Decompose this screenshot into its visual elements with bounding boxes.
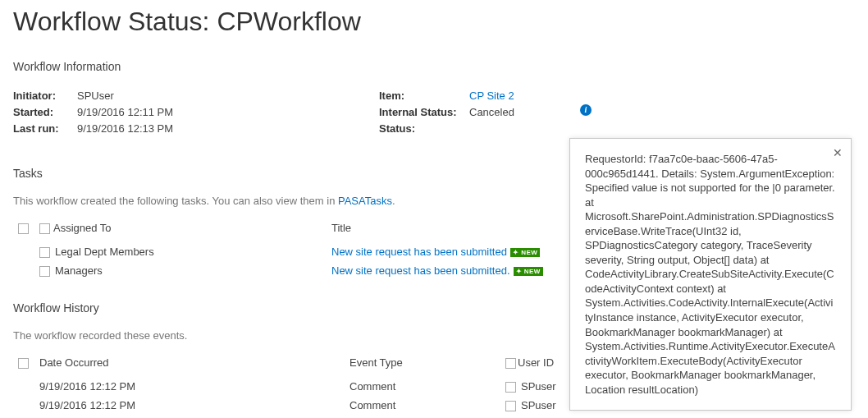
task-assigned: Managers	[55, 264, 103, 277]
history-user: SPuser	[521, 380, 556, 393]
col-date-header: Date Occurred	[34, 353, 345, 377]
new-badge: ✦ NEW	[510, 248, 540, 257]
col-event-header: Event Type	[345, 353, 500, 377]
lastrun-label: Last run:	[13, 121, 77, 137]
initiator-value: SPUser	[77, 88, 114, 104]
col-assigned-header: Assigned To	[53, 222, 112, 234]
status-label: Status:	[379, 121, 469, 137]
close-icon[interactable]: ✕	[833, 145, 843, 161]
new-badge: ✦ NEW	[514, 267, 543, 276]
history-date: 9/19/2016 12:12 PM	[34, 396, 345, 415]
history-event: Comment	[345, 396, 500, 415]
initiator-label: Initiator:	[13, 88, 77, 104]
workflow-info-header: Workflow Information	[13, 60, 855, 73]
tasks-intro-prefix: This workflow created the following task…	[13, 195, 338, 207]
task-row-checkbox[interactable]	[39, 266, 50, 277]
intstatus-label: Internal Status:	[379, 104, 469, 121]
lastrun-value: 9/19/2016 12:13 PM	[77, 121, 173, 137]
pasatasks-link[interactable]: PASATasks	[338, 195, 392, 207]
task-title-link[interactable]: New site request has been submitted.	[331, 264, 510, 277]
history-user: SPuser	[521, 399, 556, 411]
item-link[interactable]: CP Site 2	[469, 88, 514, 104]
workflow-info-block: Initiator: SPUser Started: 9/19/2016 12:…	[13, 88, 855, 137]
started-value: 9/19/2016 12:11 PM	[77, 104, 173, 121]
history-select-all-checkbox[interactable]	[18, 358, 29, 369]
info-icon[interactable]: i	[580, 104, 592, 116]
history-event: Comment	[345, 377, 500, 396]
history-row-checkbox[interactable]	[505, 382, 516, 393]
intstatus-value: Canceled	[469, 104, 514, 121]
task-row-checkbox[interactable]	[39, 247, 50, 258]
error-callout: ✕ RequestorId: f7aa7c0e-baac-5606-47a5-0…	[569, 138, 852, 411]
page-title: Workflow Status: CPWorkflow	[13, 7, 855, 37]
history-date: 9/19/2016 12:12 PM	[34, 377, 345, 396]
item-label: Item:	[379, 88, 469, 104]
tasks-intro-suffix: .	[392, 195, 395, 207]
history-row-checkbox[interactable]	[505, 401, 516, 411]
user-header-checkbox[interactable]	[505, 358, 516, 369]
task-title-link[interactable]: New site request has been submitted	[331, 246, 507, 258]
started-label: Started:	[13, 104, 77, 121]
col-user-header: User ID	[518, 356, 554, 369]
callout-text: RequestorId: f7aa7c0e-baac-5606-47a5-000…	[585, 152, 836, 397]
assigned-header-checkbox[interactable]	[39, 223, 50, 234]
tasks-select-all-checkbox[interactable]	[18, 223, 29, 234]
task-assigned: Legal Dept Members	[55, 246, 154, 258]
